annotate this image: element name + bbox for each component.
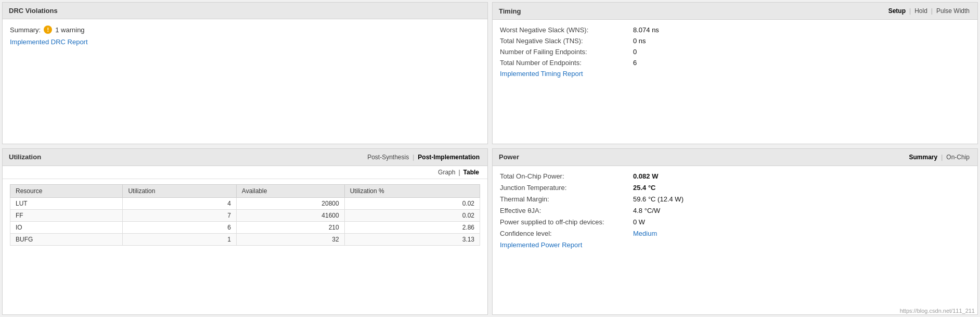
timing-tab-pulse-width[interactable]: Pulse Width xyxy=(935,7,971,15)
timing-tabs: Setup | Hold | Pulse Width xyxy=(887,7,971,15)
cell-utilization-pct: 0.02 xyxy=(344,209,480,221)
utilization-view-graph[interactable]: Graph xyxy=(437,168,456,176)
timing-fail-endpoints-value: 0 xyxy=(633,48,637,56)
power-offchip-value: 0 W xyxy=(633,218,645,226)
cell-utilization: 1 xyxy=(123,233,236,245)
utilization-view-header: Graph | Table xyxy=(3,166,487,179)
cell-utilization-pct: 3.13 xyxy=(344,233,480,245)
power-thermal-row: Thermal Margin: 59.6 °C (12.4 W) xyxy=(500,195,970,203)
cell-utilization: 4 xyxy=(123,197,236,209)
utilization-panel: Utilization Post-Synthesis | Post-Implem… xyxy=(2,148,488,315)
power-confidence-row: Confidence level: Medium xyxy=(500,230,970,237)
power-junction-row: Junction Temperature: 25.4 °C xyxy=(500,184,970,192)
power-thermal-label: Thermal Margin: xyxy=(500,195,625,203)
col-utilization-pct: Utilization % xyxy=(344,184,480,197)
cell-utilization-pct: 2.86 xyxy=(344,221,480,233)
timing-total-endpoints-row: Total Number of Endpoints: 6 xyxy=(500,59,970,67)
power-junction-label: Junction Temperature: xyxy=(500,184,625,192)
power-panel-title: Power xyxy=(499,153,519,161)
timing-tab-hold[interactable]: Hold xyxy=(913,7,929,15)
power-offchip-label: Power supplied to off-chip devices: xyxy=(500,218,625,226)
drc-warning-count: 1 warning xyxy=(55,26,84,34)
utilization-view-tabs: Graph | Table xyxy=(437,168,480,176)
timing-tab-setup[interactable]: Setup xyxy=(887,7,907,15)
cell-utilization: 7 xyxy=(123,209,236,221)
cell-available: 210 xyxy=(236,221,344,233)
utilization-tabs: Post-Synthesis | Post-Implementation xyxy=(366,153,481,161)
drc-panel-header: DRC Violations xyxy=(3,3,487,19)
power-theta-value: 4.8 °C/W xyxy=(633,207,660,214)
power-report-link[interactable]: Implemented Power Report xyxy=(500,241,582,249)
timing-panel-content: Worst Negative Slack (WNS): 8.074 ns Tot… xyxy=(493,20,977,84)
drc-panel: DRC Violations Summary: ! 1 warning Impl… xyxy=(2,2,488,144)
timing-wns-label: Worst Negative Slack (WNS): xyxy=(500,26,625,34)
utilization-panel-title: Utilization xyxy=(9,153,41,161)
cell-resource: IO xyxy=(10,221,123,233)
table-row: IO 6 210 2.86 xyxy=(10,221,480,233)
power-panel-header: Power Summary | On-Chip xyxy=(493,149,977,166)
table-header-row: Resource Utilization Available Utilizati… xyxy=(10,184,480,197)
watermark: https://blog.csdn.net/111_211 xyxy=(900,308,975,314)
cell-available: 41600 xyxy=(236,209,344,221)
power-panel-content: Total On-Chip Power: 0.082 W Junction Te… xyxy=(493,166,977,255)
timing-wns-value: 8.074 ns xyxy=(633,26,659,34)
power-tab-summary[interactable]: Summary xyxy=(907,153,939,161)
cell-available: 32 xyxy=(236,233,344,245)
power-total-label: Total On-Chip Power: xyxy=(500,172,625,180)
timing-total-endpoints-label: Total Number of Endpoints: xyxy=(500,59,625,67)
power-tab-on-chip[interactable]: On-Chip xyxy=(945,153,971,161)
power-tabs: Summary | On-Chip xyxy=(907,153,971,161)
timing-tns-value: 0 ns xyxy=(633,37,646,45)
utilization-tab-post-synthesis[interactable]: Post-Synthesis xyxy=(366,153,410,161)
utilization-tab-post-implementation[interactable]: Post-Implementation xyxy=(416,153,481,161)
cell-utilization: 6 xyxy=(123,221,236,233)
timing-fail-endpoints-row: Number of Failing Endpoints: 0 xyxy=(500,48,970,56)
utilization-table-container: Resource Utilization Available Utilizati… xyxy=(3,179,487,251)
timing-wns-row: Worst Negative Slack (WNS): 8.074 ns xyxy=(500,26,970,34)
power-total-row: Total On-Chip Power: 0.082 W xyxy=(500,172,970,180)
timing-panel-title: Timing xyxy=(499,7,521,15)
drc-panel-content: Summary: ! 1 warning Implemented DRC Rep… xyxy=(3,19,487,52)
utilization-view-table[interactable]: Table xyxy=(462,168,480,176)
timing-tns-row: Total Negative Slack (TNS): 0 ns xyxy=(500,37,970,45)
power-confidence-label: Confidence level: xyxy=(500,230,625,237)
warning-icon: ! xyxy=(44,26,52,34)
table-row: FF 7 41600 0.02 xyxy=(10,209,480,221)
cell-resource: FF xyxy=(10,209,123,221)
timing-panel-header: Timing Setup | Hold | Pulse Width xyxy=(493,3,977,20)
timing-report-link[interactable]: Implemented Timing Report xyxy=(500,70,583,78)
power-junction-value: 25.4 °C xyxy=(633,184,656,192)
power-confidence-value[interactable]: Medium xyxy=(633,230,657,237)
power-theta-row: Effective θJA: 4.8 °C/W xyxy=(500,207,970,214)
table-row: BUFG 1 32 3.13 xyxy=(10,233,480,245)
utilization-table: Resource Utilization Available Utilizati… xyxy=(10,184,480,246)
timing-panel: Timing Setup | Hold | Pulse Width Worst … xyxy=(492,2,978,144)
cell-resource: LUT xyxy=(10,197,123,209)
power-thermal-value: 59.6 °C (12.4 W) xyxy=(633,195,684,203)
col-available: Available xyxy=(236,184,344,197)
cell-resource: BUFG xyxy=(10,233,123,245)
power-theta-label: Effective θJA: xyxy=(500,207,625,214)
col-resource: Resource xyxy=(10,184,123,197)
drc-panel-title: DRC Violations xyxy=(9,7,58,15)
power-offchip-row: Power supplied to off-chip devices: 0 W xyxy=(500,218,970,226)
drc-summary-label: Summary: xyxy=(10,26,41,34)
main-container: DRC Violations Summary: ! 1 warning Impl… xyxy=(0,0,980,317)
drc-summary-row: Summary: ! 1 warning xyxy=(10,26,480,34)
power-panel: Power Summary | On-Chip Total On-Chip Po… xyxy=(492,148,978,315)
cell-available: 20800 xyxy=(236,197,344,209)
col-utilization: Utilization xyxy=(123,184,236,197)
timing-fail-endpoints-label: Number of Failing Endpoints: xyxy=(500,48,625,56)
power-total-value: 0.082 W xyxy=(633,172,658,180)
table-row: LUT 4 20800 0.02 xyxy=(10,197,480,209)
timing-total-endpoints-value: 6 xyxy=(633,59,637,67)
drc-report-link[interactable]: Implemented DRC Report xyxy=(10,38,88,46)
utilization-panel-header: Utilization Post-Synthesis | Post-Implem… xyxy=(3,149,487,166)
cell-utilization-pct: 0.02 xyxy=(344,197,480,209)
timing-tns-label: Total Negative Slack (TNS): xyxy=(500,37,625,45)
